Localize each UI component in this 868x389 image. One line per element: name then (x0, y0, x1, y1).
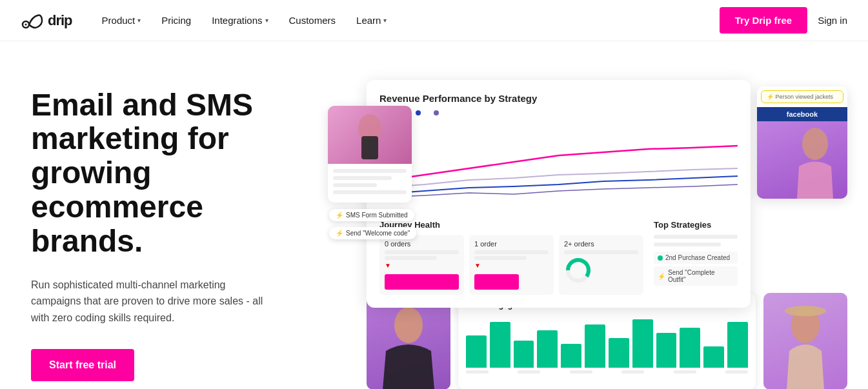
email-bar (537, 330, 558, 368)
block-line (474, 256, 527, 260)
hero-right: ⚡ SMS Form Submitted ⚡ Send "Welcome cod… (328, 80, 847, 389)
email-bar (490, 322, 510, 368)
content-line (333, 176, 392, 180)
email-bar (466, 335, 487, 368)
chevron-down-icon: ▾ (265, 17, 268, 24)
axis-label (570, 370, 592, 374)
content-line (333, 183, 377, 187)
nav-customers[interactable]: Customers (280, 10, 345, 31)
legend-dot-blue (416, 110, 421, 115)
hero-title: Email and SMS marketing for growing ecom… (31, 88, 302, 259)
content-line (333, 169, 407, 173)
zap-icon: ⚡ (336, 230, 343, 237)
revenue-chart-card: Revenue Performance by Strategy (367, 80, 751, 308)
person-trigger-badge: ⚡ Person viewed jackets (761, 90, 843, 103)
sms-form-submitted-badge: ⚡ SMS Form Submitted (329, 209, 414, 221)
bottom-right-image (763, 293, 847, 389)
phone-illustration (347, 109, 392, 161)
svg-point-10 (394, 307, 423, 343)
orders-label: 2+ orders (564, 240, 638, 248)
chevron-down-icon: ▾ (383, 17, 387, 24)
facebook-ad-image (757, 121, 847, 199)
block-line (474, 250, 549, 254)
bar-chart-labels (466, 370, 748, 374)
strategy-item-1: 2nd Purchase Created (654, 252, 738, 264)
orders-label: 1 order (474, 240, 549, 248)
journey-block-1order: 1 order ▼ (469, 235, 554, 295)
svg-point-1 (25, 23, 27, 25)
legend-item (434, 110, 441, 115)
axis-label (674, 370, 696, 374)
email-bar (680, 328, 700, 368)
svg-rect-4 (363, 139, 376, 157)
email-bar (561, 344, 581, 368)
zap-icon: ⚡ (658, 273, 665, 280)
card-lines (328, 164, 412, 203)
hero-section: Email and SMS marketing for growing ecom… (0, 41, 868, 389)
arrow-down-icon: ▼ (474, 262, 481, 269)
top-strategies-title: Top Strategies (654, 220, 738, 230)
block-line (385, 250, 459, 254)
axis-label (621, 370, 644, 374)
email-bar (656, 333, 677, 368)
nav-integrations[interactable]: Integrations ▾ (203, 10, 277, 31)
navbar: drip Product ▾ Pricing Integrations ▾ Cu… (0, 0, 868, 41)
block-line (385, 256, 437, 260)
email-bar (609, 338, 629, 368)
legend-item (416, 110, 423, 115)
nav-pricing[interactable]: Pricing (152, 10, 200, 31)
orders-label: 0 orders (385, 240, 459, 248)
arrow-down-icon: ▼ (385, 262, 391, 269)
hero-left: Email and SMS marketing for growing ecom… (31, 88, 302, 382)
chevron-down-icon: ▾ (137, 17, 141, 24)
start-free-trial-button[interactable]: Start free trial (31, 349, 134, 381)
sms-welcome-badge: ⚡ Send "Welcome code" (329, 227, 416, 239)
donut-chart (564, 256, 592, 284)
revenue-line-chart (379, 123, 738, 207)
email-bar (727, 322, 748, 368)
strategy-item-2: ⚡ Send "Complete Outfit" (654, 266, 738, 286)
chart-title: Revenue Performance by Strategy (379, 93, 738, 104)
email-bar (514, 341, 534, 368)
sign-in-link[interactable]: Sign in (818, 15, 847, 26)
email-bar (632, 319, 653, 368)
phone-card (328, 106, 412, 203)
strat-line (654, 243, 721, 246)
top-strategies: Top Strategies 2nd Purchase Created ⚡ Se… (654, 220, 738, 295)
strategy-dot (658, 255, 663, 261)
zap-icon: ⚡ (336, 212, 343, 219)
journey-health-title: Journey Health (379, 220, 643, 230)
nav-links: Product ▾ Pricing Integrations ▾ Custome… (93, 10, 720, 31)
facebook-ad-card: ⚡ Person viewed jackets facebook (757, 86, 847, 199)
person-illustration (757, 121, 847, 199)
svg-point-8 (802, 128, 828, 160)
journey-block-0orders: 0 orders ▼ (379, 235, 464, 295)
journey-blocks: 0 orders ▼ 1 order ▼ (379, 235, 643, 295)
phone-image (328, 106, 412, 164)
person-illustration-3 (763, 293, 847, 389)
strat-line (654, 235, 738, 239)
logo-text: drip (48, 12, 72, 29)
email-bar (585, 324, 605, 368)
content-line (333, 190, 407, 194)
email-bar-chart (466, 316, 748, 368)
journey-section: Journey Health 0 orders ▼ 1 order (379, 220, 738, 295)
hero-subtitle: Run sophisticated multi-channel marketin… (31, 277, 276, 326)
svg-point-13 (785, 306, 826, 316)
axis-label (518, 370, 540, 374)
legend-dot-indigo (434, 110, 439, 115)
drip-logo-icon (21, 9, 44, 32)
email-bar (703, 346, 724, 368)
nav-product[interactable]: Product ▾ (93, 10, 150, 31)
journey-bar (385, 274, 459, 290)
axis-label (466, 370, 489, 374)
axis-label (725, 370, 748, 374)
block-line (564, 250, 638, 254)
try-drip-button[interactable]: Try Drip free (720, 7, 807, 34)
nav-learn[interactable]: Learn ▾ (347, 10, 396, 31)
journey-bar (474, 274, 519, 290)
logo-link[interactable]: drip (21, 9, 72, 32)
nav-actions: Try Drip free Sign in (720, 7, 847, 34)
journey-block-2orders: 2+ orders (559, 235, 643, 295)
facebook-header: facebook (757, 107, 847, 121)
